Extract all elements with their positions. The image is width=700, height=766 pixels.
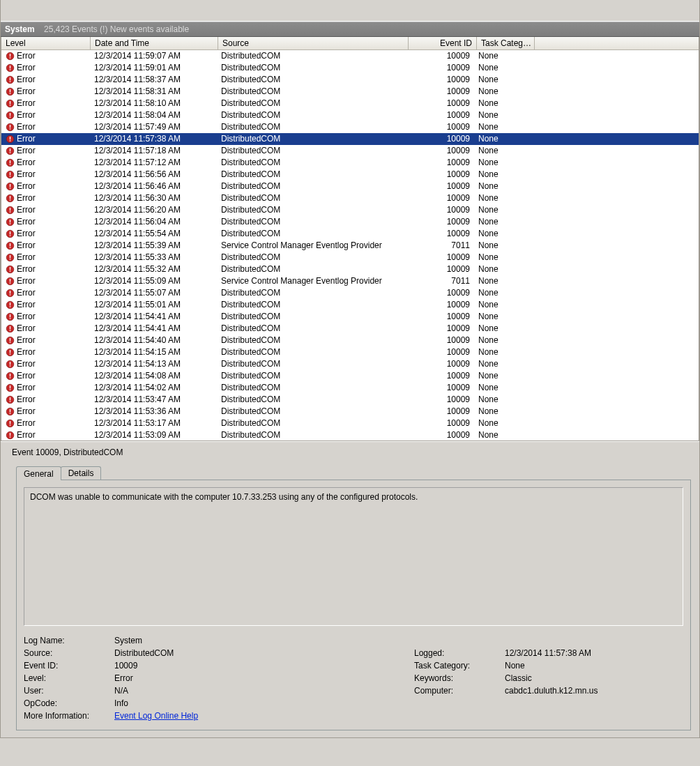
- table-row[interactable]: Error12/3/2014 11:57:18 AMDistributedCOM…: [1, 145, 699, 157]
- value-log-name: System: [114, 636, 407, 645]
- table-row[interactable]: Error12/3/2014 11:55:01 AMDistributedCOM…: [1, 299, 699, 311]
- cell-level: Error: [17, 394, 36, 406]
- cell-level: Error: [17, 370, 36, 382]
- error-icon: [6, 99, 15, 108]
- svg-rect-19: [10, 125, 10, 128]
- table-row[interactable]: Error12/3/2014 11:53:47 AMDistributedCOM…: [1, 394, 699, 406]
- table-row[interactable]: Error12/3/2014 11:56:30 AMDistributedCOM…: [1, 192, 699, 204]
- table-row[interactable]: Error12/3/2014 11:59:07 AMDistributedCOM…: [1, 50, 699, 62]
- svg-rect-50: [10, 247, 10, 247]
- col-header-task-category[interactable]: Task Categ…: [477, 37, 535, 49]
- table-row[interactable]: Error12/3/2014 11:58:04 AMDistributedCOM…: [1, 109, 699, 121]
- table-row[interactable]: Error12/3/2014 11:54:15 AMDistributedCOM…: [1, 346, 699, 358]
- cell-level: Error: [17, 323, 36, 335]
- cell-task-category: None: [474, 204, 531, 216]
- cell-source: DistributedCOM: [217, 406, 406, 418]
- cell-task-category: None: [474, 169, 531, 181]
- table-row[interactable]: Error12/3/2014 11:59:01 AMDistributedCOM…: [1, 62, 699, 74]
- tab-general[interactable]: General: [16, 466, 61, 480]
- svg-rect-16: [10, 113, 10, 116]
- error-icon: [6, 419, 15, 428]
- table-row[interactable]: Error12/3/2014 11:55:54 AMDistributedCOM…: [1, 228, 699, 240]
- svg-rect-92: [10, 413, 10, 413]
- table-row[interactable]: Error12/3/2014 11:53:09 AMDistributedCOM…: [1, 429, 699, 441]
- svg-rect-82: [10, 374, 10, 376]
- cell-source: DistributedCOM: [217, 74, 406, 86]
- table-row[interactable]: Error12/3/2014 11:55:07 AMDistributedCOM…: [1, 287, 699, 299]
- cell-date: 12/3/2014 11:55:32 AM: [90, 263, 217, 275]
- table-row[interactable]: Error12/3/2014 11:54:40 AMDistributedCOM…: [1, 335, 699, 346]
- table-row[interactable]: Error12/3/2014 11:53:36 AMDistributedCOM…: [1, 406, 699, 418]
- cell-task-category: None: [474, 323, 531, 335]
- cell-level: Error: [17, 335, 36, 346]
- svg-rect-53: [10, 259, 10, 259]
- cell-event-id: 10009: [406, 50, 474, 62]
- cell-date: 12/3/2014 11:54:41 AM: [90, 311, 217, 323]
- cell-task-category: None: [474, 181, 531, 192]
- error-icon: [6, 111, 15, 120]
- svg-rect-68: [10, 318, 10, 319]
- col-header-level[interactable]: Level: [1, 37, 91, 49]
- col-header-source[interactable]: Source: [218, 37, 409, 49]
- error-icon: [6, 87, 15, 96]
- cell-date: 12/3/2014 11:54:41 AM: [90, 323, 217, 335]
- label-more-info: More Information:: [24, 711, 107, 721]
- svg-rect-47: [10, 235, 10, 236]
- cell-date: 12/3/2014 11:55:01 AM: [90, 299, 217, 311]
- grid-body[interactable]: Error12/3/2014 11:59:07 AMDistributedCOM…: [1, 50, 699, 441]
- cell-event-id: 10009: [406, 181, 474, 192]
- cell-level: Error: [17, 346, 36, 358]
- svg-rect-52: [10, 255, 10, 258]
- value-keywords: Classic: [505, 673, 683, 683]
- error-icon: [6, 241, 15, 250]
- table-row[interactable]: Error12/3/2014 11:53:17 AMDistributedCOM…: [1, 418, 699, 429]
- table-row[interactable]: Error12/3/2014 11:57:49 AMDistributedCOM…: [1, 121, 699, 133]
- cell-level: Error: [17, 204, 36, 216]
- table-row[interactable]: Error12/3/2014 11:54:41 AMDistributedCOM…: [1, 311, 699, 323]
- cell-task-category: None: [474, 133, 531, 145]
- table-row[interactable]: Error12/3/2014 11:54:41 AMDistributedCOM…: [1, 323, 699, 335]
- svg-rect-17: [10, 116, 10, 117]
- cell-date: 12/3/2014 11:58:37 AM: [90, 74, 217, 86]
- svg-rect-41: [10, 211, 10, 212]
- link-event-log-online-help[interactable]: Event Log Online Help: [114, 711, 198, 721]
- cell-level: Error: [17, 121, 36, 133]
- col-header-date[interactable]: Date and Time: [91, 37, 218, 49]
- svg-rect-8: [10, 81, 10, 82]
- table-row[interactable]: Error12/3/2014 11:55:33 AMDistributedCOM…: [1, 252, 699, 263]
- cell-level: Error: [17, 252, 36, 263]
- table-row[interactable]: Error12/3/2014 11:57:38 AMDistributedCOM…: [1, 133, 699, 145]
- table-row[interactable]: Error12/3/2014 11:58:37 AMDistributedCOM…: [1, 74, 699, 86]
- event-grid: Level Date and Time Source Event ID Task…: [1, 37, 699, 441]
- error-icon: [6, 407, 15, 416]
- table-row[interactable]: Error12/3/2014 11:56:46 AMDistributedCOM…: [1, 181, 699, 192]
- cell-source: DistributedCOM: [217, 346, 406, 358]
- cell-date: 12/3/2014 11:57:12 AM: [90, 157, 217, 169]
- col-header-event-id[interactable]: Event ID: [409, 37, 477, 49]
- table-row[interactable]: Error12/3/2014 11:56:04 AMDistributedCOM…: [1, 216, 699, 228]
- table-row[interactable]: Error12/3/2014 11:58:31 AMDistributedCOM…: [1, 86, 699, 98]
- cell-level: Error: [17, 429, 36, 441]
- table-row[interactable]: Error12/3/2014 11:56:20 AMDistributedCOM…: [1, 204, 699, 216]
- table-row[interactable]: Error12/3/2014 11:54:08 AMDistributedCOM…: [1, 370, 699, 382]
- table-row[interactable]: Error12/3/2014 11:57:12 AMDistributedCOM…: [1, 157, 699, 169]
- table-row[interactable]: Error12/3/2014 11:55:39 AMService Contro…: [1, 240, 699, 252]
- cell-event-id: 10009: [406, 228, 474, 240]
- table-row[interactable]: Error12/3/2014 11:55:09 AMService Contro…: [1, 275, 699, 287]
- table-row[interactable]: Error12/3/2014 11:54:13 AMDistributedCOM…: [1, 358, 699, 370]
- svg-rect-89: [10, 401, 10, 401]
- svg-rect-97: [10, 433, 10, 436]
- svg-rect-11: [10, 93, 10, 93]
- svg-rect-35: [10, 187, 10, 188]
- table-row[interactable]: Error12/3/2014 11:58:10 AMDistributedCOM…: [1, 98, 699, 109]
- error-icon: [6, 336, 15, 345]
- table-row[interactable]: Error12/3/2014 11:55:32 AMDistributedCOM…: [1, 263, 699, 275]
- table-row[interactable]: Error12/3/2014 11:56:56 AMDistributedCOM…: [1, 169, 699, 181]
- cell-date: 12/3/2014 11:55:54 AM: [90, 228, 217, 240]
- cell-event-id: 10009: [406, 86, 474, 98]
- cell-task-category: None: [474, 121, 531, 133]
- tab-details[interactable]: Details: [61, 466, 102, 480]
- cell-task-category: None: [474, 86, 531, 98]
- cell-level: Error: [17, 216, 36, 228]
- table-row[interactable]: Error12/3/2014 11:54:02 AMDistributedCOM…: [1, 382, 699, 394]
